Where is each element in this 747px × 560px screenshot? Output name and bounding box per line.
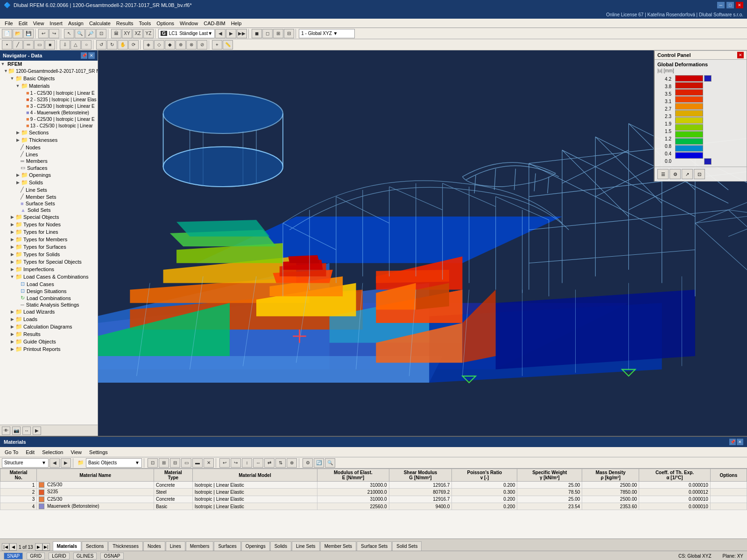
menu-edit[interactable]: Edit: [16, 20, 30, 27]
tab-nodes[interactable]: Nodes: [143, 541, 165, 551]
tb2-render6[interactable]: ⊘: [197, 40, 207, 49]
3d-viewport[interactable]: X Z Y: [98, 50, 747, 436]
tree-item-mat1[interactable]: ■ 1 - C25/30 | Isotropic | Linear E: [0, 90, 98, 96]
menu-window[interactable]: Window: [177, 20, 201, 27]
bottom-view[interactable]: View: [68, 449, 85, 455]
tab-member-sets[interactable]: Member Sets: [320, 541, 356, 551]
menu-tools[interactable]: Tools: [136, 20, 154, 27]
tab-solid-sets[interactable]: Solid Sets: [392, 541, 422, 551]
tree-item-members[interactable]: ═ Members: [0, 158, 98, 164]
tab-sections[interactable]: Sections: [82, 541, 108, 551]
subtb-btn3[interactable]: ⊟: [170, 458, 180, 468]
tb-lc-prev[interactable]: ◀: [215, 29, 226, 38]
tree-item-mat2[interactable]: ■ 2 - S235 | Isotropic | Linear Elas: [0, 96, 98, 103]
tb2-orbit[interactable]: ⟳: [128, 40, 139, 49]
table-row[interactable]: 4 Mauerwerk (Betonsteine) Basic Isotropi…: [0, 503, 747, 510]
lgrid-toggle[interactable]: LGRID: [49, 553, 70, 560]
tree-item-special-objects[interactable]: ▶ 📁 Special Objects: [0, 213, 98, 221]
tree-item-results[interactable]: ▶ 📁 Results: [0, 330, 98, 338]
subtb-search[interactable]: 🔍: [325, 458, 335, 468]
tb-select[interactable]: ↖: [64, 29, 74, 38]
tab-lines[interactable]: Lines: [166, 541, 185, 551]
bottom-goto[interactable]: Go To: [2, 449, 21, 455]
menu-results[interactable]: Results: [113, 20, 136, 27]
tree-item-surface-sets[interactable]: ■ Surface Sets: [0, 200, 98, 207]
subtb-btn6[interactable]: ✕: [204, 458, 214, 468]
tb-zoom-fit[interactable]: ⊡: [96, 29, 106, 38]
subtb-calc[interactable]: ⚙: [303, 458, 313, 468]
page-first-button[interactable]: |◀: [2, 543, 9, 551]
tree-item-rfem[interactable]: ▼ RFEM: [0, 61, 98, 67]
tb-zoom-out[interactable]: 🔎: [85, 29, 96, 38]
tb-display1[interactable]: ◼: [252, 29, 262, 38]
tree-item-thicknesses[interactable]: ▶ 📁 Thicknesses: [0, 136, 98, 144]
subtb-btn1[interactable]: ⊡: [148, 458, 158, 468]
cp-tb-export[interactable]: ↗: [682, 169, 693, 179]
table-row[interactable]: 1 C25/30 Concrete Isotropic | Linear Ela…: [0, 482, 747, 489]
menu-insert[interactable]: Insert: [47, 20, 65, 27]
tree-item-openings[interactable]: ▶ 📁 Openings: [0, 171, 98, 179]
tb-lc-next[interactable]: ▶▶: [237, 29, 247, 38]
subtb-prev[interactable]: ◀: [49, 458, 60, 468]
menu-calculate[interactable]: Calculate: [86, 20, 113, 27]
subtb-btn12[interactable]: ⇅: [275, 458, 286, 468]
menu-help[interactable]: Help: [228, 20, 245, 27]
tree-item-mat3[interactable]: ■ 3 - C25/30 | Isotropic | Linear E: [0, 103, 98, 109]
tree-item-types-members[interactable]: ▶ 📁 Types for Members: [0, 236, 98, 243]
cp-tb-fullscreen[interactable]: ⊡: [694, 169, 705, 179]
cs-dropdown[interactable]: 1 - Global XYZ ▼: [299, 29, 355, 38]
tree-item-model[interactable]: ▼ 📁 1200-Gesamtmodell-2-2017-1017_SR MLO: [0, 67, 98, 75]
tb-display3[interactable]: ⊞: [273, 29, 283, 38]
tb2-member[interactable]: ═: [23, 40, 34, 49]
tb2-render3[interactable]: ◆: [165, 40, 175, 49]
nav-bottom-cam[interactable]: 📷: [12, 427, 21, 435]
tree-item-nodes[interactable]: ╱ Nodes: [0, 144, 98, 151]
tb2-render5[interactable]: ⊗: [186, 40, 197, 49]
tb-save[interactable]: 💾: [23, 29, 34, 38]
structure-dropdown[interactable]: Structure ▼: [2, 458, 49, 468]
tb2-measure[interactable]: 📏: [223, 40, 233, 49]
tree-item-load-wizards[interactable]: ▶ 📁 Load Wizards: [0, 308, 98, 315]
tree-item-basic-objects[interactable]: ▼ 📁 Basic Objects: [0, 75, 98, 82]
tree-item-member-sets[interactable]: ╱ Member Sets: [0, 193, 98, 200]
menu-assign[interactable]: Assign: [65, 20, 86, 27]
bottom-selection[interactable]: Selection: [39, 449, 66, 455]
tb-view-xy[interactable]: XY: [122, 29, 132, 38]
page-next-button[interactable]: ▶: [35, 543, 42, 551]
tree-item-load-combinations[interactable]: ↻ Load Combinations: [0, 294, 98, 301]
page-last-button[interactable]: ▶|: [42, 543, 50, 551]
tree-item-static-analysis[interactable]: ─ Static Analysis Settings: [0, 301, 98, 308]
tab-openings[interactable]: Openings: [241, 541, 270, 551]
subtb-btn5[interactable]: ▬: [192, 458, 203, 468]
glines-toggle[interactable]: GLINES: [73, 553, 97, 560]
tb2-rot-left[interactable]: ↺: [96, 40, 106, 49]
tb2-surface[interactable]: ▭: [34, 40, 44, 49]
nav-bottom-eye[interactable]: 👁: [2, 427, 10, 435]
tree-item-sections[interactable]: ▶ 📁 Sections: [0, 129, 98, 136]
tab-surfaces[interactable]: Surfaces: [214, 541, 240, 551]
subtb-btn11[interactable]: ⇄: [264, 458, 275, 468]
tb2-load[interactable]: ⇩: [60, 40, 70, 49]
maximize-button[interactable]: □: [726, 2, 734, 8]
menu-options[interactable]: Options: [154, 20, 177, 27]
tree-item-types-nodes[interactable]: ▶ 📁 Types for Nodes: [0, 221, 98, 228]
page-prev-button[interactable]: ◀: [9, 543, 17, 551]
tree-item-types-lines[interactable]: ▶ 📁 Types for Lines: [0, 228, 98, 236]
tb2-line[interactable]: ╱: [13, 40, 23, 49]
tb-display4[interactable]: ⊟: [284, 29, 294, 38]
menu-file[interactable]: File: [2, 20, 16, 27]
tree-item-lines[interactable]: ╱ Lines: [0, 151, 98, 158]
bottom-settings[interactable]: Settings: [86, 449, 111, 455]
tree-item-types-special[interactable]: ▶ 📁 Types for Special Objects: [0, 258, 98, 266]
tb-lc-play[interactable]: ▶: [226, 29, 236, 38]
subtb-btn2[interactable]: ⊞: [159, 458, 169, 468]
table-row[interactable]: 2 S235 Steel Isotropic | Linear Elastic …: [0, 489, 747, 496]
tb2-solid[interactable]: ■: [45, 40, 55, 49]
tb-undo[interactable]: ↩: [38, 29, 49, 38]
tb2-support[interactable]: △: [70, 40, 81, 49]
tree-item-imperfections[interactable]: ▶ 📁 Imperfections: [0, 266, 98, 273]
nav-bottom-move[interactable]: ↔: [22, 427, 31, 435]
tab-thicknesses[interactable]: Thicknesses: [108, 541, 143, 551]
tb-redo[interactable]: ↪: [49, 29, 59, 38]
subtb-btn9[interactable]: ↕: [242, 458, 252, 468]
